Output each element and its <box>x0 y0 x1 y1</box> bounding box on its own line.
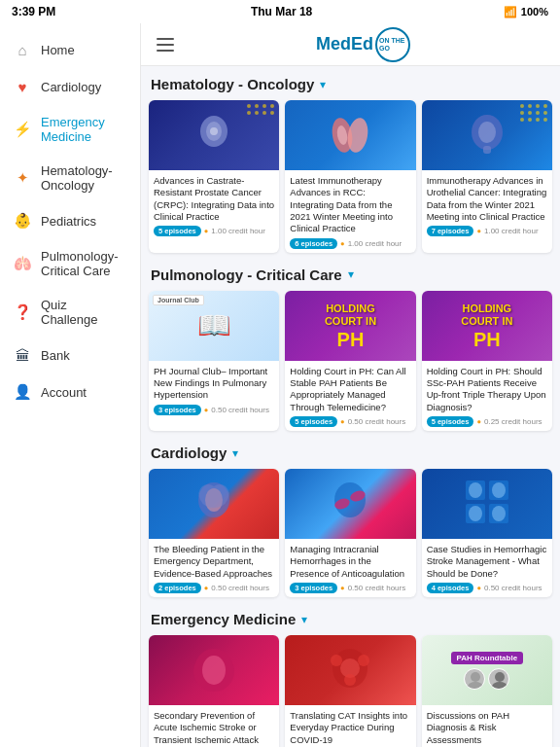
sidebar-item-quiz[interactable]: ❓ Quiz Challenge <box>0 288 140 337</box>
credits-text: ● <box>204 406 209 414</box>
credits-text: ● <box>476 227 481 235</box>
svg-point-31 <box>495 672 505 682</box>
sidebar: ⌂ Home ♥ Cardiology ⚡ Emergency Medicine… <box>0 23 141 747</box>
cards-row-emergency: Secondary Prevention of Acute Ischemic S… <box>149 635 552 747</box>
section-title: Hematology - Oncology <box>151 76 314 92</box>
svg-point-32 <box>492 682 508 690</box>
card-image-bleeding <box>149 469 279 539</box>
sidebar-item-hematology[interactable]: ✦ Hematology-Oncology <box>0 154 140 202</box>
card-image-ph-journal: Journal Club 📖 <box>149 291 279 361</box>
card-image-rcc <box>285 100 415 170</box>
credits-text: ● <box>340 417 345 426</box>
dropdown-arrow-icon[interactable]: ▾ <box>301 613 307 626</box>
credits-text: ● <box>476 417 481 426</box>
card-stroke[interactable]: Case Studies in Hemorrhagic Stroke Manag… <box>422 469 552 597</box>
ph-label: PH <box>337 330 365 349</box>
battery-icon: 100% <box>521 6 548 18</box>
dropdown-arrow-icon[interactable]: ▾ <box>232 446 238 460</box>
card-title: PH Journal Club– Important New Findings … <box>154 366 274 402</box>
card-ph-journal[interactable]: Journal Club 📖 PH Journal Club– Importan… <box>149 291 279 431</box>
card-rcc[interactable]: Latest Immunotherapy Advances in RCC: In… <box>285 100 415 253</box>
top-nav: MedEd ON THE GO <box>141 23 560 66</box>
dot-decoration <box>247 104 275 115</box>
logo-circle: ON THE GO <box>375 27 410 62</box>
card-urothelial[interactable]: Immunotherapy Advances in Urothelial Can… <box>422 100 552 253</box>
speakers-graphic <box>464 668 509 690</box>
episodes-badge: 6 episodes <box>290 238 337 249</box>
card-image-stroke <box>422 469 552 539</box>
svg-point-28 <box>344 674 356 686</box>
card-secondary-prev[interactable]: Secondary Prevention of Acute Ischemic S… <box>149 635 279 747</box>
sidebar-item-pediatrics[interactable]: 👶 Pediatrics <box>0 202 140 239</box>
xray-grid-graphic <box>462 477 512 531</box>
section-header-pulmonology: Pulmonology - Critical Care ▾ <box>149 267 552 283</box>
svg-point-7 <box>478 122 496 143</box>
card-meta: 7 episodes ● 1.00 credit hour <box>427 226 547 236</box>
svg-point-27 <box>358 655 369 666</box>
sidebar-item-label: Account <box>41 385 87 400</box>
card-meta: 4 episodes ● 0.50 credit hours <box>427 583 547 593</box>
card-title: The Bleeding Patient in the Emergency De… <box>154 544 274 580</box>
card-image-holding-court: HOLDINGCOURT IN PH <box>285 291 415 361</box>
menu-button[interactable] <box>153 34 178 55</box>
sidebar-item-label: Home <box>41 43 75 57</box>
sidebar-item-bank[interactable]: 🏛 Bank <box>0 337 140 374</box>
episodes-badge: 7 episodes <box>427 226 474 236</box>
section-header-hematology: Hematology - Oncology ▾ <box>149 76 552 92</box>
svg-point-19 <box>492 482 506 498</box>
card-castrate[interactable]: Advances in Castrate-Resistant Prostate … <box>149 100 279 253</box>
quiz-icon: ❓ <box>14 303 31 321</box>
card-holding-court-tele[interactable]: HOLDINGCOURT IN PH Holding Court in PH: … <box>285 291 415 431</box>
home-icon: ⌂ <box>14 41 31 58</box>
sidebar-item-account[interactable]: 👤 Account <box>0 374 140 410</box>
episodes-badge: 3 episodes <box>290 583 337 593</box>
dropdown-arrow-icon[interactable]: ▾ <box>320 78 326 91</box>
ph-label: PH <box>473 330 501 349</box>
status-time: 3:39 PM <box>12 5 55 18</box>
card-title: Managing Intracranial Hemorrhages in the… <box>290 544 410 580</box>
credits-text: ● <box>204 227 209 235</box>
card-body: Advances in Castrate-Resistant Prostate … <box>149 170 279 240</box>
card-body: Immunotherapy Advances in Urothelial Can… <box>422 170 552 240</box>
card-title: Discussions on PAH Diagnosis & Risk Asse… <box>427 710 547 746</box>
child-icon: 👶 <box>14 212 31 230</box>
card-image-castrate <box>149 100 279 170</box>
card-meta: 5 episodes ● 1.00 credit hour <box>154 226 274 236</box>
sidebar-item-emergency[interactable]: ⚡ Emergency Medicine <box>0 105 140 154</box>
cards-row-hematology: Advances in Castrate-Resistant Prostate … <box>149 100 552 253</box>
dot-decoration <box>520 104 548 122</box>
card-holding-court-ssc[interactable]: HOLDINGCOURT IN PH Holding Court in PH: … <box>422 291 552 431</box>
card-title: Secondary Prevention of Acute Ischemic S… <box>154 710 274 747</box>
wifi-icon: 📶 <box>504 6 517 18</box>
lightning-icon: ⚡ <box>14 121 31 138</box>
dropdown-arrow-icon[interactable]: ▾ <box>348 267 354 281</box>
card-title: Advances in Castrate-Resistant Prostate … <box>154 175 274 223</box>
card-translating[interactable]: Translating CAT Insights into Everyday P… <box>285 635 415 747</box>
episodes-badge: 5 episodes <box>427 416 474 427</box>
episodes-badge: 5 episodes <box>154 226 201 236</box>
card-image-pah-round: PAH Roundtable <box>422 635 552 705</box>
card-body: Holding Court in PH: Should SSc-PAH Pati… <box>422 361 552 431</box>
svg-point-22 <box>202 656 226 685</box>
sidebar-item-label: Hematology-Oncology <box>41 163 126 193</box>
sidebar-item-cardiology[interactable]: ♥ Cardiology <box>0 68 140 105</box>
card-title: Holding Court in PH: Should SSc-PAH Pati… <box>427 366 547 413</box>
brain-graphic <box>189 477 239 531</box>
credits-label: 1.00 credit hour <box>484 227 539 235</box>
card-body: Latest Immunotherapy Advances in RCC: In… <box>285 170 415 253</box>
card-intracranial[interactable]: Managing Intracranial Hemorrhages in the… <box>285 469 415 597</box>
person-icon: 👤 <box>14 383 31 401</box>
svg-point-18 <box>469 482 482 498</box>
cards-row-pulmonology: Journal Club 📖 PH Journal Club– Importan… <box>149 291 552 431</box>
card-bleeding[interactable]: The Bleeding Patient in the Emergency De… <box>149 469 279 597</box>
card-title: Case Studies in Hemorrhagic Stroke Manag… <box>427 544 547 580</box>
pah-roundtable-badge: PAH Roundtable <box>451 652 524 664</box>
svg-point-30 <box>468 682 483 690</box>
section-header-cardiology: Cardiology ▾ <box>149 445 552 461</box>
card-body: Translating CAT Insights into Everyday P… <box>285 705 415 747</box>
card-pah-roundtable[interactable]: PAH Roundtable Discussions on PAH Diagno… <box>422 635 552 747</box>
bladder-graphic <box>466 111 508 160</box>
credits-label: 1.00 credit hour <box>211 227 265 235</box>
sidebar-item-pulmonology[interactable]: 🫁 Pulmonology-Critical Care <box>0 239 140 288</box>
sidebar-item-home[interactable]: ⌂ Home <box>0 31 140 68</box>
